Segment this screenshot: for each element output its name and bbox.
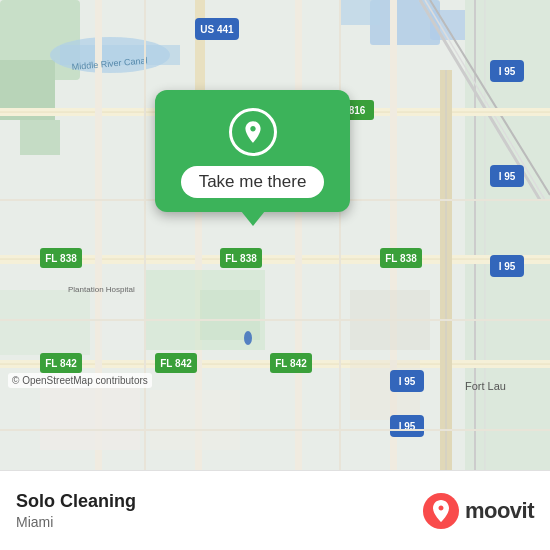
moovit-pin-icon [423, 493, 459, 529]
svg-rect-35 [150, 390, 240, 450]
business-name: Solo Cleaning [16, 491, 136, 512]
svg-rect-23 [295, 0, 302, 470]
svg-text:I 95: I 95 [499, 171, 516, 182]
svg-text:US 441: US 441 [200, 24, 234, 35]
map-background: US 441 I 95 I 95 I 95 I 95 I 95 816 FL 8… [0, 0, 550, 470]
moovit-text: moovit [465, 498, 534, 524]
popup-pin-icon [229, 108, 277, 156]
svg-text:FL 838: FL 838 [385, 253, 417, 264]
svg-rect-28 [0, 290, 90, 355]
svg-text:FL 842: FL 842 [160, 358, 192, 369]
svg-text:I 95: I 95 [499, 261, 516, 272]
svg-text:FL 838: FL 838 [45, 253, 77, 264]
bottom-bar: Solo Cleaning Miami moovit [0, 470, 550, 550]
svg-text:816: 816 [349, 105, 366, 116]
svg-text:FL 842: FL 842 [275, 358, 307, 369]
take-me-there-label[interactable]: Take me there [181, 166, 325, 198]
map-container: US 441 I 95 I 95 I 95 I 95 I 95 816 FL 8… [0, 0, 550, 470]
svg-point-64 [244, 331, 252, 345]
osm-credit: © OpenStreetMap contributors [8, 373, 152, 388]
svg-text:FL 838: FL 838 [225, 253, 257, 264]
city-name: Miami [16, 514, 136, 530]
svg-rect-31 [200, 290, 260, 340]
bottom-left: Solo Cleaning Miami [16, 491, 136, 530]
svg-text:I 95: I 95 [499, 66, 516, 77]
moovit-logo: moovit [423, 493, 534, 529]
map-popup[interactable]: Take me there [155, 90, 350, 212]
svg-rect-34 [40, 380, 140, 450]
svg-text:I 95: I 95 [399, 376, 416, 387]
svg-text:Fort Lau: Fort Lau [465, 380, 506, 392]
svg-rect-3 [20, 120, 60, 155]
svg-text:Plantation Hospital: Plantation Hospital [68, 285, 135, 294]
svg-text:FL 842: FL 842 [45, 358, 77, 369]
svg-rect-8 [340, 0, 380, 25]
